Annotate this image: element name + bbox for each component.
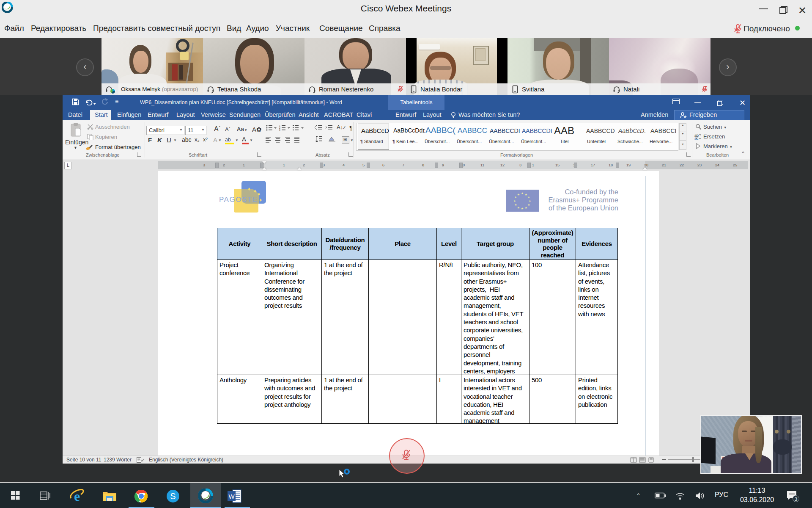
svg-text:W: W (228, 493, 235, 500)
svg-text:S: S (170, 491, 176, 501)
svg-text:3: 3 (795, 497, 797, 502)
svg-text:3: 3 (279, 129, 280, 131)
svg-text:ac: ac (694, 136, 699, 140)
